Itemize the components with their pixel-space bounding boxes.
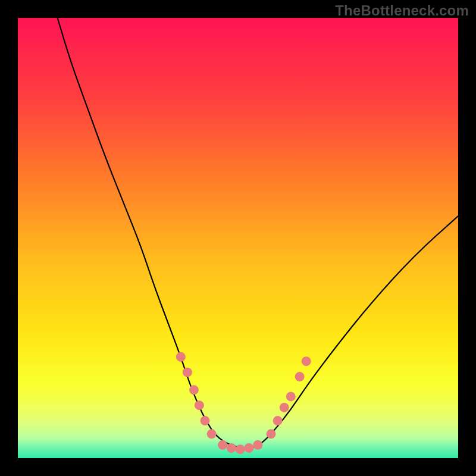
- chart-svg: [18, 18, 458, 458]
- highlight-dot: [295, 372, 305, 381]
- highlight-dot: [183, 368, 192, 377]
- highlight-dot: [195, 400, 204, 410]
- highlight-dot: [176, 352, 186, 362]
- highlight-dot: [302, 356, 311, 366]
- gradient-background: [18, 18, 458, 458]
- chart-plot-area: [18, 18, 458, 458]
- highlight-dot: [286, 392, 296, 401]
- highlight-dot: [218, 440, 227, 450]
- highlight-dot: [273, 416, 283, 425]
- highlight-dot: [201, 416, 210, 425]
- highlight-dot: [267, 429, 276, 439]
- highlight-dot: [280, 403, 289, 412]
- highlight-dot: [236, 444, 245, 454]
- highlight-dot: [207, 429, 217, 439]
- highlight-dot: [245, 443, 254, 453]
- outer-black-frame: [18, 18, 458, 458]
- watermark-text: TheBottleneck.com: [335, 2, 469, 19]
- highlight-dot: [189, 385, 199, 394]
- highlight-dot: [253, 440, 262, 450]
- highlight-dot: [227, 443, 236, 453]
